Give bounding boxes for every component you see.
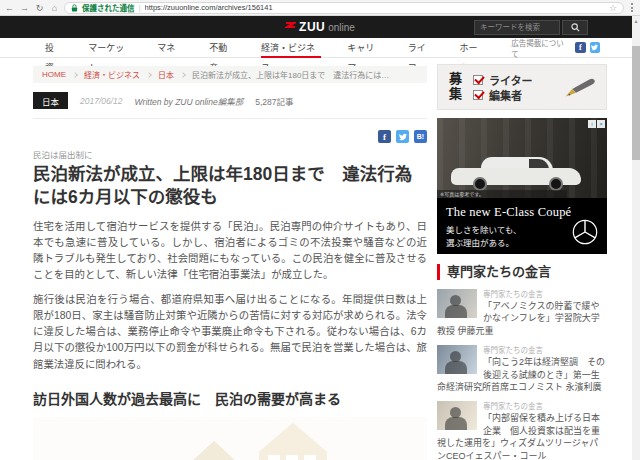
recruit-option-editor: 編集者 (489, 87, 522, 103)
breadcrumb-subcategory[interactable]: 日本 (158, 69, 174, 80)
home-icon[interactable]: ⌂ (49, 3, 60, 13)
nav-item-money[interactable]: マネー (157, 38, 183, 58)
experts-heading: 専門家たちの金言 (437, 264, 607, 280)
chevron-right-icon (180, 72, 186, 78)
logo-suffix: online (328, 22, 355, 33)
ad-info-link[interactable]: 広告掲載について (511, 37, 568, 59)
search-button[interactable] (562, 20, 588, 35)
article-paragraph: 施行後は民泊を行う場合、都道府県知事へ届け出ることになる。年間提供日数は上限が1… (33, 292, 427, 373)
car-wheel (549, 177, 563, 191)
logo-text: ZUU (299, 20, 325, 34)
zuu-logo-mark (285, 21, 296, 33)
checkbox-checked-icon (473, 75, 483, 85)
url-text: https://zuuonline.com/archives/156141 (145, 3, 273, 12)
section-heading: 訪日外国人数が過去最高に 民泊の需要が高まる (33, 388, 427, 408)
article-paragraph: 住宅を活用して宿泊サービスを提供する「民泊」。民泊専門の仲介サイトもあり、日本で… (33, 219, 427, 284)
share-buttons: f B! (33, 130, 427, 143)
mercedes-star-icon (572, 219, 598, 245)
article-kicker: 民泊は届出制に (33, 148, 427, 160)
nav-item-career[interactable]: キャリア (347, 38, 381, 58)
zuu-logo[interactable]: ZUU online (285, 16, 355, 38)
fountain-pen-icon (558, 74, 596, 100)
bookmark-star-icon[interactable]: ☆ (609, 3, 617, 13)
twitter-icon[interactable] (590, 42, 600, 53)
expert-article-item[interactable]: 専門家たちの金言 「向こう2年は経済堅調 その後迎える試練のとき」第一生命経済研… (437, 344, 607, 393)
hatena-share-button[interactable]: B! (414, 130, 427, 143)
category-badge[interactable]: 日本 (33, 92, 68, 109)
search-icon (571, 23, 580, 32)
main-navigation: 投資 マーケット マネー 不動産 経済・ビジネス キャリア ライフ ホーム 広告… (0, 38, 640, 58)
car-ad-text-panel: The new E-Class Coupé 美しさを除いても、 選ぶ理由がある。 (437, 198, 607, 254)
nav-item-economy[interactable]: 経済・ビジネス (261, 38, 321, 58)
nav-item-market[interactable]: マーケット (88, 38, 131, 58)
nav-item-invest[interactable]: 投資 (45, 38, 62, 58)
article-date: 2017/06/12 (80, 96, 123, 106)
facebook-icon[interactable]: f (575, 42, 585, 53)
car-ad-photo: i × ※写真は参考です。 (437, 118, 607, 198)
chevron-right-icon (146, 72, 152, 78)
scrollbar-thumb[interactable] (632, 46, 640, 160)
sidebar: 募集 ライター 編集者 i × ※写真は参考です。 The (437, 64, 607, 460)
ad-caption: ※写真は参考です。 (437, 190, 567, 198)
breadcrumb-home[interactable]: HOME (42, 70, 66, 79)
expert-thumbnail[interactable] (437, 289, 477, 318)
site-header: ZUU online (0, 16, 640, 38)
author-article-count[interactable]: 5,287記事 (255, 95, 293, 107)
twitter-bird-icon (591, 44, 598, 51)
article-title: 民泊新法が成立、上限は年180日まで 違法行為には6カ月以下の懲役も (33, 163, 427, 210)
forward-icon[interactable]: → (19, 3, 30, 13)
ad-close-icon[interactable]: × (597, 120, 605, 128)
article-author: Written by ZUU online編集部 (135, 95, 244, 107)
chevron-right-icon (72, 72, 78, 78)
breadcrumb-current: 民泊新法が成立、上限は年180日まで 違法行為には… (192, 69, 389, 80)
lock-icon (71, 4, 78, 12)
url-bar[interactable]: 保護された通信 | https://zuuonline.com/archives… (64, 2, 624, 14)
breadcrumb: HOME 経済・ビジネス 日本 民泊新法が成立、上限は年180日まで 違法行為に… (33, 66, 427, 83)
expert-thumbnail[interactable] (437, 345, 477, 374)
recruit-banner[interactable]: 募集 ライター 編集者 (437, 64, 607, 110)
adchoices-icon[interactable]: i (588, 120, 596, 128)
ad-title: The new E-Class Coupé (446, 205, 598, 220)
recruit-option-writer: ライター (489, 72, 533, 88)
article-hero-image (33, 417, 427, 460)
browser-menu-icon[interactable] (628, 3, 636, 12)
recruit-label: 募集 (448, 72, 461, 102)
house-shape (259, 423, 327, 460)
nav-item-realestate[interactable]: 不動産 (209, 38, 235, 58)
back-icon[interactable]: ← (4, 3, 15, 13)
article-meta: 日本 2017/06/12 Written by ZUU online編集部 5… (33, 92, 427, 119)
expert-article-item[interactable]: 専門家たちの金言 「アベノミクスの貯蓄で緩やかなインフレを」学習院大学教授 伊藤… (437, 288, 607, 337)
expert-article-item[interactable]: 専門家たちの金言 「内部留保を積み上げる日本企業 個人投資家は配当を重視した運用… (437, 400, 607, 460)
nav-item-life[interactable]: ライフ (408, 38, 434, 58)
experts-section: 専門家たちの金言 専門家たちの金言 「アベノミクスの貯蓄で緩やかなインフレを」学… (437, 264, 607, 460)
nav-item-home[interactable]: ホーム (460, 38, 486, 58)
car-ad-banner[interactable]: i × ※写真は参考です。 The new E-Class Coupé 美しさを… (437, 118, 607, 254)
facebook-share-button[interactable]: f (378, 130, 391, 143)
security-label: 保護された通信 (82, 2, 135, 13)
house-shape (185, 441, 243, 460)
breadcrumb-category[interactable]: 経済・ビジネス (84, 69, 140, 80)
browser-toolbar: ← → ↻ ⌂ 保護された通信 | https://zuuonline.com/… (0, 0, 640, 16)
twitter-share-button[interactable] (396, 130, 409, 143)
article-column: HOME 経済・ビジネス 日本 民泊新法が成立、上限は年180日まで 違法行為に… (33, 58, 427, 460)
car-wheel (473, 177, 487, 191)
reload-icon[interactable]: ↻ (34, 3, 45, 13)
expert-thumbnail[interactable] (437, 401, 477, 430)
scrollbar[interactable]: ▲ (632, 16, 640, 460)
search-input[interactable] (474, 20, 560, 35)
scrollbar-up-icon[interactable]: ▲ (632, 16, 640, 26)
checkbox-checked-icon (473, 90, 483, 100)
twitter-bird-icon (399, 133, 407, 141)
url-separator: | (139, 3, 141, 12)
